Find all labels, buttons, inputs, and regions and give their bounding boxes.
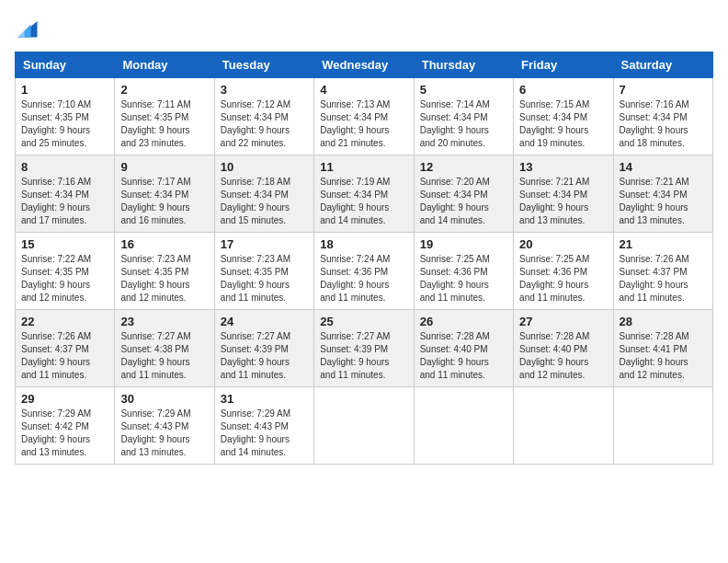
calendar-cell: 9Sunrise: 7:17 AM Sunset: 4:34 PM Daylig…	[115, 155, 214, 233]
calendar-cell: 27Sunrise: 7:28 AM Sunset: 4:40 PM Dayli…	[514, 310, 613, 387]
day-info: Sunrise: 7:11 AM Sunset: 4:35 PM Dayligh…	[120, 98, 208, 150]
day-number: 5	[420, 83, 507, 97]
day-info: Sunrise: 7:23 AM Sunset: 4:35 PM Dayligh…	[221, 253, 308, 304]
calendar-cell: 5Sunrise: 7:14 AM Sunset: 4:34 PM Daylig…	[414, 78, 513, 155]
day-info: Sunrise: 7:24 AM Sunset: 4:36 PM Dayligh…	[320, 253, 407, 304]
day-info: Sunrise: 7:18 AM Sunset: 4:34 PM Dayligh…	[221, 176, 308, 227]
calendar-header-row: SundayMondayTuesdayWednesdayThursdayFrid…	[16, 52, 713, 78]
day-number: 28	[620, 315, 707, 328]
calendar-week-row: 15Sunrise: 7:22 AM Sunset: 4:35 PM Dayli…	[16, 233, 713, 310]
day-number: 10	[221, 160, 308, 174]
day-number: 17	[221, 237, 308, 251]
calendar-header-day: Sunday	[16, 52, 115, 78]
day-number: 1	[21, 83, 108, 97]
calendar-cell: 26Sunrise: 7:28 AM Sunset: 4:40 PM Dayli…	[414, 310, 513, 387]
calendar-cell: 8Sunrise: 7:16 AM Sunset: 4:34 PM Daylig…	[16, 155, 115, 233]
day-info: Sunrise: 7:22 AM Sunset: 4:35 PM Dayligh…	[21, 253, 108, 304]
calendar-header-day: Thursday	[414, 52, 513, 78]
day-number: 22	[21, 315, 108, 328]
calendar-cell: 16Sunrise: 7:23 AM Sunset: 4:35 PM Dayli…	[115, 233, 214, 310]
day-info: Sunrise: 7:27 AM Sunset: 4:38 PM Dayligh…	[120, 330, 208, 382]
calendar-header-day: Tuesday	[214, 52, 313, 78]
day-number: 25	[320, 315, 407, 328]
day-info: Sunrise: 7:25 AM Sunset: 4:36 PM Dayligh…	[420, 253, 507, 304]
calendar-cell	[613, 387, 712, 465]
day-info: Sunrise: 7:28 AM Sunset: 4:40 PM Dayligh…	[420, 330, 507, 382]
calendar-cell: 18Sunrise: 7:24 AM Sunset: 4:36 PM Dayli…	[314, 233, 414, 310]
calendar-cell: 30Sunrise: 7:29 AM Sunset: 4:43 PM Dayli…	[115, 387, 214, 465]
calendar-cell: 6Sunrise: 7:15 AM Sunset: 4:34 PM Daylig…	[514, 78, 613, 155]
calendar-cell: 2Sunrise: 7:11 AM Sunset: 4:35 PM Daylig…	[115, 78, 214, 155]
day-number: 20	[519, 237, 607, 251]
calendar-cell: 15Sunrise: 7:22 AM Sunset: 4:35 PM Dayli…	[16, 233, 115, 310]
calendar-cell: 14Sunrise: 7:21 AM Sunset: 4:34 PM Dayli…	[613, 155, 712, 233]
calendar-cell: 20Sunrise: 7:25 AM Sunset: 4:36 PM Dayli…	[514, 233, 613, 310]
calendar-cell: 22Sunrise: 7:26 AM Sunset: 4:37 PM Dayli…	[16, 310, 115, 387]
day-info: Sunrise: 7:15 AM Sunset: 4:34 PM Dayligh…	[519, 98, 607, 150]
calendar-cell: 3Sunrise: 7:12 AM Sunset: 4:34 PM Daylig…	[214, 78, 313, 155]
calendar-cell: 12Sunrise: 7:20 AM Sunset: 4:34 PM Dayli…	[414, 155, 513, 233]
day-number: 13	[519, 160, 607, 174]
calendar-cell: 25Sunrise: 7:27 AM Sunset: 4:39 PM Dayli…	[314, 310, 414, 387]
day-number: 24	[221, 315, 308, 328]
calendar-cell	[314, 387, 414, 465]
page-header	[15, 15, 713, 40]
calendar-cell: 4Sunrise: 7:13 AM Sunset: 4:34 PM Daylig…	[314, 78, 414, 155]
calendar-cell: 10Sunrise: 7:18 AM Sunset: 4:34 PM Dayli…	[214, 155, 313, 233]
logo	[15, 15, 44, 40]
day-info: Sunrise: 7:27 AM Sunset: 4:39 PM Dayligh…	[221, 330, 308, 382]
day-info: Sunrise: 7:28 AM Sunset: 4:41 PM Dayligh…	[620, 330, 707, 382]
day-info: Sunrise: 7:21 AM Sunset: 4:34 PM Dayligh…	[620, 176, 707, 227]
calendar-header-day: Monday	[115, 52, 214, 78]
calendar-header-day: Saturday	[613, 52, 712, 78]
day-info: Sunrise: 7:29 AM Sunset: 4:43 PM Dayligh…	[221, 408, 308, 459]
day-number: 29	[21, 392, 108, 406]
day-info: Sunrise: 7:26 AM Sunset: 4:37 PM Dayligh…	[21, 330, 108, 382]
calendar-cell: 28Sunrise: 7:28 AM Sunset: 4:41 PM Dayli…	[613, 310, 712, 387]
day-number: 6	[519, 83, 607, 97]
day-info: Sunrise: 7:23 AM Sunset: 4:35 PM Dayligh…	[120, 253, 208, 304]
svg-marker-2	[18, 31, 25, 38]
day-info: Sunrise: 7:29 AM Sunset: 4:43 PM Dayligh…	[120, 408, 208, 459]
day-info: Sunrise: 7:26 AM Sunset: 4:37 PM Dayligh…	[620, 253, 707, 304]
day-number: 11	[320, 160, 407, 174]
day-number: 19	[420, 237, 507, 251]
calendar-cell: 21Sunrise: 7:26 AM Sunset: 4:37 PM Dayli…	[613, 233, 712, 310]
calendar-week-row: 1Sunrise: 7:10 AM Sunset: 4:35 PM Daylig…	[16, 78, 713, 155]
day-number: 21	[620, 237, 707, 251]
day-number: 4	[320, 83, 407, 97]
day-number: 9	[120, 160, 208, 174]
day-info: Sunrise: 7:16 AM Sunset: 4:34 PM Dayligh…	[620, 98, 707, 150]
day-number: 3	[221, 83, 308, 97]
calendar-cell: 29Sunrise: 7:29 AM Sunset: 4:42 PM Dayli…	[16, 387, 115, 465]
calendar-cell: 13Sunrise: 7:21 AM Sunset: 4:34 PM Dayli…	[514, 155, 613, 233]
day-number: 18	[320, 237, 407, 251]
day-info: Sunrise: 7:16 AM Sunset: 4:34 PM Dayligh…	[21, 176, 108, 227]
day-info: Sunrise: 7:20 AM Sunset: 4:34 PM Dayligh…	[420, 176, 507, 227]
calendar-cell	[414, 387, 513, 465]
day-number: 15	[21, 237, 108, 251]
calendar-cell: 31Sunrise: 7:29 AM Sunset: 4:43 PM Dayli…	[214, 387, 313, 465]
day-info: Sunrise: 7:21 AM Sunset: 4:34 PM Dayligh…	[519, 176, 607, 227]
calendar-cell: 23Sunrise: 7:27 AM Sunset: 4:38 PM Dayli…	[115, 310, 214, 387]
day-number: 30	[120, 392, 208, 406]
logo-icon	[15, 15, 40, 40]
calendar-header-day: Friday	[514, 52, 613, 78]
day-info: Sunrise: 7:25 AM Sunset: 4:36 PM Dayligh…	[519, 253, 607, 304]
day-info: Sunrise: 7:10 AM Sunset: 4:35 PM Dayligh…	[21, 98, 108, 150]
day-number: 31	[221, 392, 308, 406]
day-info: Sunrise: 7:19 AM Sunset: 4:34 PM Dayligh…	[320, 176, 407, 227]
calendar-cell: 1Sunrise: 7:10 AM Sunset: 4:35 PM Daylig…	[16, 78, 115, 155]
calendar-cell	[514, 387, 613, 465]
day-number: 14	[620, 160, 707, 174]
day-number: 8	[21, 160, 108, 174]
day-info: Sunrise: 7:27 AM Sunset: 4:39 PM Dayligh…	[320, 330, 407, 382]
day-info: Sunrise: 7:14 AM Sunset: 4:34 PM Dayligh…	[420, 98, 507, 150]
calendar-week-row: 29Sunrise: 7:29 AM Sunset: 4:42 PM Dayli…	[16, 387, 713, 465]
calendar-cell: 7Sunrise: 7:16 AM Sunset: 4:34 PM Daylig…	[613, 78, 712, 155]
calendar-cell: 11Sunrise: 7:19 AM Sunset: 4:34 PM Dayli…	[314, 155, 414, 233]
calendar-cell: 19Sunrise: 7:25 AM Sunset: 4:36 PM Dayli…	[414, 233, 513, 310]
calendar-table: SundayMondayTuesdayWednesdayThursdayFrid…	[15, 52, 713, 465]
calendar-header-day: Wednesday	[314, 52, 414, 78]
day-number: 26	[420, 315, 507, 328]
